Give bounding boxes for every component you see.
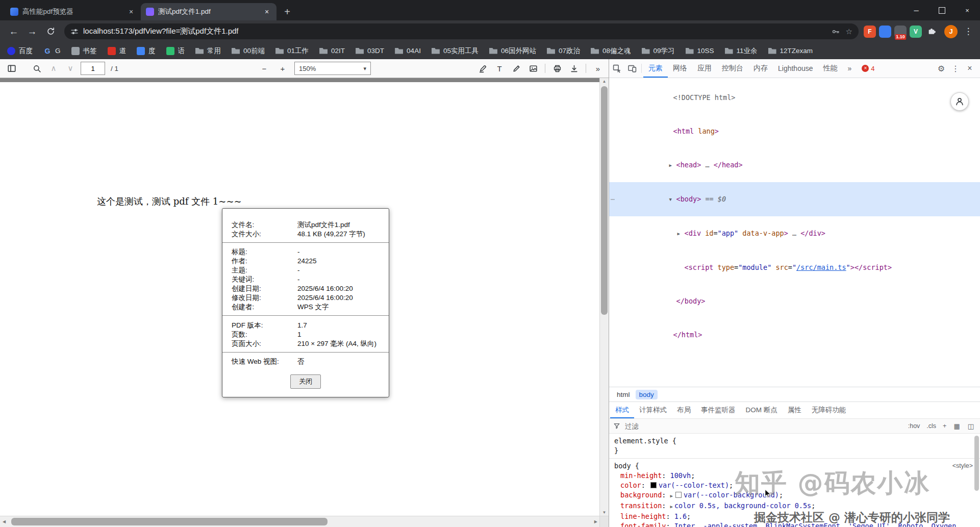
scroll-right-icon[interactable]: ▶	[592, 516, 600, 527]
extensions-puzzle-icon[interactable]	[923, 23, 940, 40]
scroll-up-icon[interactable]: ▲	[600, 78, 609, 85]
bookmark-item[interactable]: 09学习	[642, 46, 675, 56]
body-rule-selector[interactable]: body {	[614, 461, 639, 471]
add-image-tool-button[interactable]	[526, 61, 540, 76]
bookmark-item[interactable]: 03DT	[356, 47, 384, 55]
zoom-in-button[interactable]: +	[276, 61, 289, 76]
dom-tree-node[interactable]: </html>	[609, 318, 980, 352]
site-info-icon[interactable]	[70, 28, 79, 36]
dom-tree-node[interactable]: <script type="module" src="/src/main.ts"…	[609, 250, 980, 284]
accessibility-floating-button[interactable]	[950, 92, 969, 111]
computed-sidebar-icon[interactable]: ◫	[966, 422, 976, 430]
tab-close-icon[interactable]: ×	[127, 7, 136, 16]
devtools-tab[interactable]: 网络	[668, 59, 692, 78]
device-toolbar-icon[interactable]	[624, 59, 640, 78]
profile-avatar[interactable]: J	[944, 25, 958, 38]
extension-icon[interactable]: V	[910, 26, 922, 38]
expand-arrow-icon[interactable]: ▶	[677, 228, 685, 239]
dialog-close-button[interactable]: 关闭	[290, 374, 321, 389]
bookmark-item[interactable]: 百度	[7, 46, 33, 56]
styles-sidebar-tab[interactable]: DOM 断点	[741, 402, 783, 418]
rendering-emulation-icon[interactable]: ▦	[951, 422, 962, 430]
dom-tree-node[interactable]: <html lang>	[609, 114, 980, 148]
devtools-tab[interactable]: 元素	[643, 59, 668, 78]
breadcrumb-item[interactable]: body	[636, 390, 658, 399]
bookmark-item[interactable]: 08偏之魂	[591, 46, 631, 56]
highlight-tool-button[interactable]	[476, 61, 489, 76]
styles-sidebar-tab[interactable]: 事件监听器	[696, 402, 741, 418]
styles-sidebar-tab[interactable]: 属性	[783, 402, 807, 418]
refresh-button[interactable]	[42, 23, 59, 40]
devtools-tab[interactable]: Lighthouse	[773, 59, 818, 78]
styles-sidebar-tab[interactable]: 计算样式	[634, 402, 672, 418]
devtools-menu-icon[interactable]: ⋮	[948, 64, 963, 73]
print-button[interactable]	[550, 61, 564, 76]
close-window-button[interactable]: ×	[954, 0, 980, 20]
dom-tree-node[interactable]: </body>	[609, 284, 980, 318]
new-tab-button[interactable]: +	[280, 4, 295, 19]
maximize-button[interactable]	[929, 0, 954, 20]
expand-arrow-icon[interactable]: ▶	[669, 160, 676, 171]
dom-tree-node[interactable]: ▶<div id="app" data-v-app> … </div>	[609, 216, 980, 250]
sidebar-toggle-button[interactable]	[5, 61, 18, 76]
browser-tab[interactable]: 测试pdf文件1.pdf ×	[141, 3, 277, 20]
bookmark-item[interactable]: 04AI	[395, 47, 421, 55]
scroll-left-icon[interactable]: ◀	[0, 516, 8, 527]
styles-sidebar-tab[interactable]: 布局	[672, 402, 696, 418]
dom-tree-node[interactable]: ⋯▼<body> == $0	[609, 182, 980, 216]
vertical-scrollbar[interactable]: ▲ ▼	[599, 78, 609, 516]
freetext-tool-button[interactable]: T	[493, 61, 506, 76]
element-style-selector[interactable]: element.style {	[609, 436, 980, 446]
bookmark-item[interactable]: 00前端	[232, 46, 265, 56]
bookmark-item[interactable]: 12TZexam	[768, 47, 813, 55]
bookmark-item[interactable]: 度	[137, 46, 156, 56]
forward-button[interactable]: →	[23, 23, 41, 40]
error-badge[interactable]: × 4	[862, 65, 874, 72]
zoom-out-button[interactable]: −	[258, 61, 271, 76]
extension-icon[interactable]: F	[864, 26, 876, 38]
extension-icon[interactable]: 1.10	[894, 26, 907, 38]
bookmark-item[interactable]: 06国外网站	[489, 46, 536, 56]
previous-page-button[interactable]: ∧	[47, 61, 60, 76]
page-number-input[interactable]	[81, 62, 105, 75]
more-tabs-icon[interactable]: »	[843, 59, 857, 78]
bookmark-item[interactable]: 11业余	[725, 46, 758, 56]
vertical-scrollbar-thumb[interactable]	[601, 86, 608, 315]
horizontal-scrollbar[interactable]: ◀ ▶	[0, 516, 600, 527]
bookmark-item[interactable]: 常用	[195, 46, 221, 56]
devtools-tab[interactable]: 应用	[692, 59, 717, 78]
bookmark-item[interactable]: 07政治	[547, 46, 580, 56]
bookmark-item[interactable]: 10SS	[686, 47, 714, 55]
next-page-button[interactable]: ∨	[64, 61, 77, 76]
new-style-rule-button[interactable]: +	[941, 422, 948, 430]
toggle-class-state[interactable]: .cls	[925, 422, 938, 430]
bookmark-star-icon[interactable]: ☆	[846, 27, 852, 36]
horizontal-scrollbar-thumb[interactable]	[11, 518, 328, 525]
styles-sidebar-tab[interactable]: 无障碍功能	[807, 402, 851, 418]
minimize-button[interactable]: ─	[903, 0, 929, 20]
browser-menu-icon[interactable]: ⋮	[962, 26, 975, 37]
address-bar[interactable]: localhost:5173/pdfView?file=测试pdf文件1.pdf…	[64, 23, 859, 39]
password-key-icon[interactable]	[832, 28, 840, 36]
back-button[interactable]: ←	[5, 23, 22, 40]
devtools-tab[interactable]: 控制台	[717, 59, 748, 78]
bookmark-item[interactable]: 01工作	[275, 46, 309, 56]
extension-icon[interactable]	[879, 26, 891, 38]
download-button[interactable]	[567, 61, 581, 76]
zoom-select[interactable]: 150% ▾	[294, 62, 371, 75]
devtools-settings-icon[interactable]: ⚙	[934, 64, 948, 73]
bookmark-item[interactable]: 书签	[71, 46, 97, 56]
bookmark-item[interactable]: 02IT	[319, 47, 345, 55]
bookmark-item[interactable]: 语	[166, 46, 185, 56]
browser-tab[interactable]: 高性能pdf预览器 ×	[5, 3, 141, 20]
styles-filter-input[interactable]	[624, 422, 903, 431]
inspect-element-icon[interactable]	[609, 59, 624, 78]
devtools-tab[interactable]: 性能	[818, 59, 843, 78]
style-source-link[interactable]: <style>	[952, 461, 973, 471]
breadcrumb-item[interactable]: html	[613, 390, 634, 399]
styles-scrollbar-thumb[interactable]	[974, 436, 979, 491]
secondary-toolbar-toggle[interactable]: »	[591, 61, 605, 76]
bookmark-item[interactable]: 道	[108, 46, 127, 56]
toggle-hover-state[interactable]: :hov	[907, 422, 922, 430]
scroll-down-icon[interactable]: ▼	[600, 509, 609, 516]
